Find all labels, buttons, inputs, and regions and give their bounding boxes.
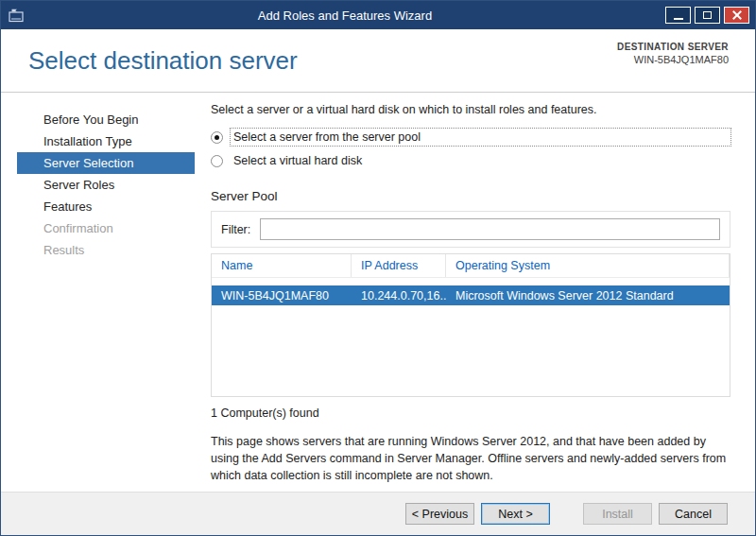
wizard-content: Select a server or a virtual hard disk o…: [195, 93, 755, 493]
server-pool-table: Name IP Address Operating System WIN-5B4…: [211, 253, 730, 397]
sidebar-item-features[interactable]: Features: [17, 196, 195, 217]
table-row[interactable]: WIN-5B4JQ1MAF80 10.244.0.70,16... Micros…: [212, 285, 730, 305]
destination-server-label: DESTINATION SERVER: [617, 42, 729, 52]
intro-text: Select a server or a virtual hard disk o…: [211, 103, 730, 116]
wizard-window: Add Roles and Features Wizard Select des…: [0, 0, 756, 536]
page-title: Select destination server: [28, 46, 298, 76]
destination-server-value: WIN-5B4JQ1MAF80: [617, 54, 729, 65]
minimize-button[interactable]: [665, 7, 691, 24]
wizard-icon[interactable]: [9, 9, 25, 23]
titlebar: Add Roles and Features Wizard: [1, 1, 755, 29]
radio-server-pool[interactable]: Select a server from the server pool: [211, 129, 730, 146]
filter-group: Filter:: [211, 211, 730, 248]
column-header-ip-address[interactable]: IP Address: [352, 254, 446, 277]
filter-label: Filter:: [221, 223, 250, 236]
sidebar-item-server-selection[interactable]: Server Selection: [17, 152, 195, 174]
sidebar-item-server-roles[interactable]: Server Roles: [17, 174, 195, 196]
table-header-row: Name IP Address Operating System: [212, 254, 730, 278]
previous-button[interactable]: < Previous: [405, 503, 474, 525]
close-button[interactable]: [724, 7, 749, 24]
install-button: Install: [583, 503, 652, 525]
maximize-icon: [703, 11, 712, 19]
page-description: This page shows servers that are running…: [211, 433, 730, 484]
server-ip-cell: 10.244.0.70,16...: [352, 289, 446, 303]
sidebar-item-results: Results: [17, 239, 195, 261]
window-controls: [665, 7, 749, 24]
sidebar-item-before-you-begin[interactable]: Before You Begin: [17, 109, 195, 130]
minimize-icon: [674, 18, 683, 20]
column-header-name[interactable]: Name: [212, 254, 352, 277]
window-title: Add Roles and Features Wizard: [25, 9, 665, 23]
server-os-cell: Microsoft Windows Server 2012 Standard: [446, 289, 730, 303]
computer-count-text: 1 Computer(s) found: [211, 406, 730, 420]
wizard-steps-sidebar: Before You Begin Installation Type Serve…: [1, 93, 195, 493]
wizard-footer: < Previous Next > Install Cancel: [1, 492, 755, 535]
wizard-body: Before You Begin Installation Type Serve…: [1, 93, 755, 493]
destination-server-block: DESTINATION SERVER WIN-5B4JQ1MAF80: [617, 42, 729, 65]
server-pool-heading: Server Pool: [211, 189, 730, 203]
server-name-cell: WIN-5B4JQ1MAF80: [212, 289, 352, 303]
filter-input[interactable]: [260, 218, 720, 240]
sidebar-item-installation-type[interactable]: Installation Type: [17, 130, 195, 152]
close-icon: [731, 9, 743, 21]
radio-unselected-icon: [211, 155, 223, 167]
radio-selected-icon: [211, 131, 223, 144]
next-button[interactable]: Next >: [481, 503, 550, 525]
radio-server-pool-label: Select a server from the server pool: [231, 129, 730, 146]
column-header-operating-system[interactable]: Operating System: [446, 254, 730, 277]
sidebar-item-confirmation: Confirmation: [17, 217, 195, 239]
radio-virtual-hard-disk-label: Select a virtual hard disk: [231, 152, 365, 169]
maximize-button[interactable]: [695, 7, 720, 24]
cancel-button[interactable]: Cancel: [659, 503, 728, 525]
radio-virtual-hard-disk[interactable]: Select a virtual hard disk: [211, 152, 730, 169]
wizard-header: Select destination server DESTINATION SE…: [1, 29, 755, 93]
